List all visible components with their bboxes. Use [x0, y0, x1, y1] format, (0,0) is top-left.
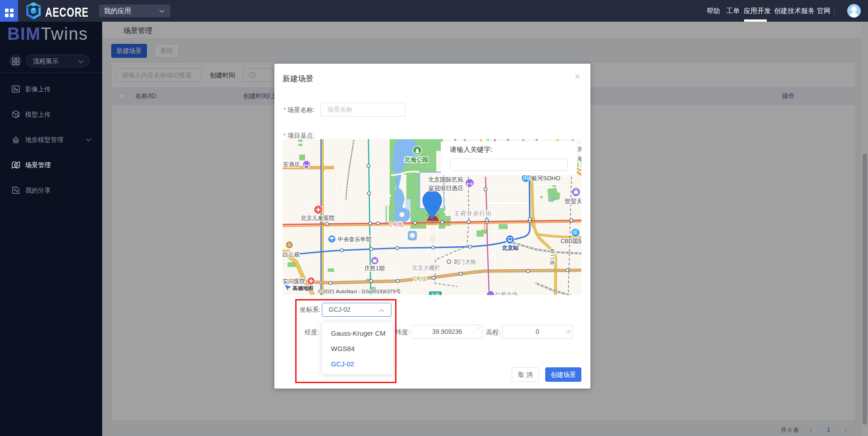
svg-text:东: 东: [550, 248, 555, 254]
svg-text:高德地图: 高德地图: [292, 286, 313, 291]
svg-text:京工: 京工: [577, 146, 581, 152]
svg-text:庄胜1期: 庄胜1期: [364, 265, 384, 272]
svg-text:天桥: 天桥: [430, 292, 440, 295]
svg-text:海入: 海入: [577, 156, 581, 162]
svg-text:二: 二: [550, 254, 555, 260]
svg-text:7号线: 7号线: [413, 276, 427, 282]
svg-text:皇冠假日酒店: 皇冠假日酒店: [428, 185, 463, 192]
svg-text:前门大街: 前门大街: [453, 259, 476, 265]
svg-text:银河SOHO: 银河SOHO: [531, 175, 560, 182]
svg-text:宾酒店: 宾酒店: [283, 161, 300, 168]
svg-text:北京大栅栏: 北京大栅栏: [412, 265, 440, 271]
svg-text:北海公园: 北海公园: [404, 156, 428, 163]
svg-text:环: 环: [550, 260, 555, 266]
svg-text:1号线: 1号线: [389, 221, 403, 228]
svg-text:北京儿童医院: 北京儿童医院: [301, 215, 335, 221]
svg-text:© 2021 AutoNavi - GS(2019)6379: © 2021 AutoNavi - GS(2019)6379号: [318, 289, 401, 294]
svg-text:王府井步行街: 王府井步行街: [454, 210, 492, 217]
svg-text:世贸天: 世贸天: [565, 198, 581, 205]
svg-text:北京站: 北京站: [501, 244, 519, 251]
svg-text:安门医院: 安门医院: [283, 278, 306, 285]
svg-text:CBD国际: CBD国际: [561, 238, 581, 244]
svg-text:北京国际艺苑: 北京国际艺苑: [428, 176, 463, 183]
svg-text:中央音乐学院: 中央音乐学院: [338, 236, 372, 243]
svg-text:白云观: 白云观: [283, 252, 300, 258]
svg-text:红桥市场: 红桥市场: [495, 291, 518, 295]
